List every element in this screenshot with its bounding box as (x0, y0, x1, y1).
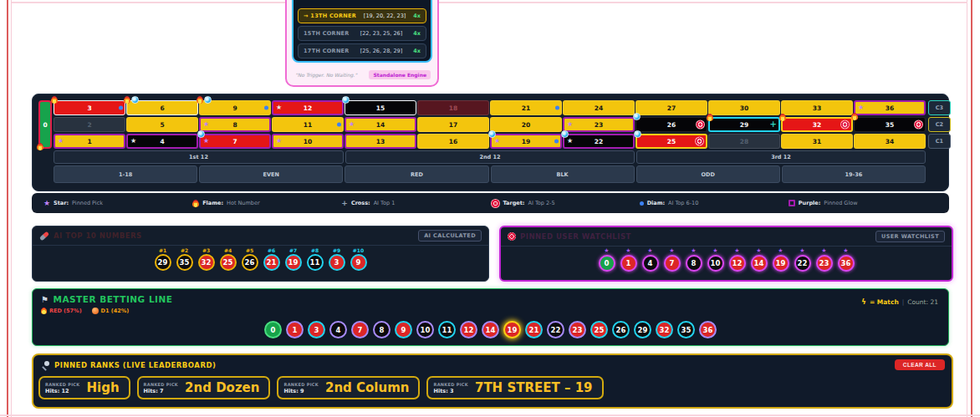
watchlist-number-7[interactable]: ★7 (664, 248, 681, 272)
bet-cell-17[interactable]: 17 (417, 117, 489, 132)
bet-cell-30[interactable]: 30 (708, 100, 780, 115)
bet-cell-33[interactable]: 33 (781, 100, 853, 115)
master-line-number-12[interactable]: 12 (460, 321, 477, 338)
master-line-number-4[interactable]: 4 (329, 321, 347, 338)
watchlist-number-8[interactable]: ★8 (686, 248, 702, 272)
clear-all-button[interactable]: CLEAR ALL (895, 359, 945, 370)
master-line-number-22[interactable]: 22 (547, 321, 564, 338)
dozen-bet-3rd-12[interactable]: 3rd 12 (636, 150, 926, 164)
bet-cell-14[interactable]: ★14 (345, 117, 416, 132)
bet-cell-13[interactable]: 13 (345, 134, 416, 149)
master-line-number-10[interactable]: 10 (416, 321, 434, 338)
flame-icon (192, 200, 199, 207)
bet-cell-0[interactable]: 0 (38, 100, 52, 149)
cell-number: 25 (667, 138, 676, 145)
bet-cell-11[interactable]: 11 (272, 117, 344, 132)
bet-cell-24[interactable]: 24 (563, 100, 635, 115)
corner-row[interactable]: → 13TH CORNER[19, 20, 22, 23]4x (298, 8, 426, 23)
bet-cell-19[interactable]: ★19 (490, 134, 562, 149)
master-line-number-36[interactable]: 36 (699, 321, 717, 338)
master-line-number-3[interactable]: 3 (308, 321, 325, 338)
bet-cell-32[interactable]: 32 (781, 117, 853, 132)
bet-cell-4[interactable]: ★4 (126, 134, 198, 149)
bet-cell-29[interactable]: 29+ (708, 117, 780, 132)
bet-cell-34[interactable]: 34 (854, 134, 926, 149)
watchlist-number-14[interactable]: ★14 (751, 248, 768, 272)
master-line-number-14[interactable]: 14 (482, 321, 499, 338)
master-line-number-26[interactable]: 26 (612, 321, 630, 338)
column-bet-c1[interactable]: C1 (928, 134, 951, 149)
bet-cell-23[interactable]: ★23 (563, 117, 635, 132)
ranked-pick-card[interactable]: RANKED PICKHits: 37TH STREET – 19 (426, 376, 603, 399)
dozen-bet-2nd-12[interactable]: 2nd 12 (345, 150, 635, 164)
outside-bet-19-36[interactable]: 19-36 (782, 165, 926, 183)
watchlist-number-1[interactable]: ★1 (620, 248, 637, 272)
bet-cell-21[interactable]: 21 (490, 100, 562, 115)
watchlist-number-19[interactable]: ★19 (773, 248, 789, 272)
watchlist-number-12[interactable]: ★12 (729, 248, 746, 272)
bet-cell-3[interactable]: 3 (54, 100, 125, 115)
master-line-number-32[interactable]: 32 (656, 321, 673, 338)
master-line-row: 01347891011121419212223252629323536 (33, 321, 948, 338)
bet-cell-2[interactable]: 2 (54, 117, 125, 132)
outside-bet-red[interactable]: RED (345, 165, 488, 183)
bet-cell-16[interactable]: 16 (417, 134, 489, 149)
master-line-number-29[interactable]: 29 (634, 321, 651, 338)
outside-bet-blk[interactable]: BLK (491, 165, 635, 183)
bet-cell-15[interactable]: 15 (345, 100, 416, 115)
cell-number: 15 (376, 104, 385, 112)
bet-cell-31[interactable]: 31 (781, 134, 853, 149)
master-line-number-7[interactable]: 7 (351, 321, 369, 338)
ranked-pick-card[interactable]: RANKED PICKHits: 72nd Dozen (137, 376, 271, 399)
master-line-number-19[interactable]: 19 (503, 321, 521, 338)
master-line-number-11[interactable]: 11 (438, 321, 456, 338)
watchlist-number-22[interactable]: ★22 (794, 248, 811, 272)
bet-cell-25[interactable]: 25 (635, 134, 707, 149)
bet-cell-27[interactable]: 27 (635, 100, 707, 115)
watchlist-number-23[interactable]: ★23 (816, 248, 833, 272)
master-line-number-25[interactable]: 25 (590, 321, 608, 338)
bet-cell-28[interactable]: 28 (708, 134, 780, 149)
corner-row[interactable]: 17TH CORNER[25, 26, 28, 29]4x (298, 43, 426, 58)
outside-bet-1-18[interactable]: 1-18 (54, 165, 197, 183)
master-line-number-8[interactable]: 8 (373, 321, 390, 338)
cell-number: 1 (87, 138, 91, 145)
column-bet-c2[interactable]: C2 (928, 117, 951, 132)
match-count: Count: 21 (907, 298, 938, 306)
bet-cell-20[interactable]: 20 (490, 117, 562, 132)
dozen-bet-1st-12[interactable]: 1st 12 (54, 150, 344, 164)
column-bet-c3[interactable]: C3 (928, 100, 951, 115)
bet-cell-10[interactable]: ★10 (272, 134, 344, 149)
corner-row[interactable]: 15TH CORNER[22, 23, 25, 26]4x (298, 26, 426, 41)
ai-pick-number: 9 (350, 254, 367, 271)
watchlist-chip: 14 (751, 255, 768, 272)
bet-cell-22[interactable]: ★22 (563, 134, 635, 149)
bet-cell-6[interactable]: 6 (126, 100, 198, 115)
watchlist-number-36[interactable]: ★36 (838, 248, 855, 272)
master-line-number-23[interactable]: 23 (569, 321, 586, 338)
bet-cell-26[interactable]: 26 (635, 117, 707, 132)
bet-cell-12[interactable]: ★12 (272, 100, 344, 115)
bet-cell-7[interactable]: ★7 (199, 134, 271, 149)
master-line-number-35[interactable]: 35 (677, 321, 695, 338)
master-line-number-21[interactable]: 21 (525, 321, 543, 338)
bet-cell-5[interactable]: 5 (126, 117, 198, 132)
watchlist-number-0[interactable]: ★0 (599, 248, 615, 272)
bet-cell-35[interactable]: 35 (854, 117, 926, 132)
outside-bet-even[interactable]: EVEN (199, 165, 343, 183)
master-line-number-9[interactable]: 9 (395, 321, 412, 338)
master-line-number-0[interactable]: 0 (264, 321, 282, 338)
ranked-pick-card[interactable]: RANKED PICKHits: 12High (38, 376, 130, 399)
bet-cell-18[interactable]: 18 (417, 100, 489, 115)
master-line-number-1[interactable]: 1 (286, 321, 304, 338)
ranked-pick-card[interactable]: RANKED PICKHits: 92nd Column (277, 376, 420, 399)
bet-cell-9[interactable]: 9 (199, 100, 271, 115)
star-icon: ★ (604, 248, 609, 254)
outside-bet-odd[interactable]: ODD (636, 165, 780, 183)
watchlist-number-4[interactable]: ★4 (642, 248, 659, 272)
watchlist-number-10[interactable]: ★10 (707, 248, 724, 272)
bet-cell-1[interactable]: ★1 (54, 134, 125, 149)
bet-cell-36[interactable]: ★36 (854, 100, 926, 115)
ai-pick-rank: #5 (246, 247, 253, 253)
bet-cell-8[interactable]: ★8 (199, 117, 271, 132)
